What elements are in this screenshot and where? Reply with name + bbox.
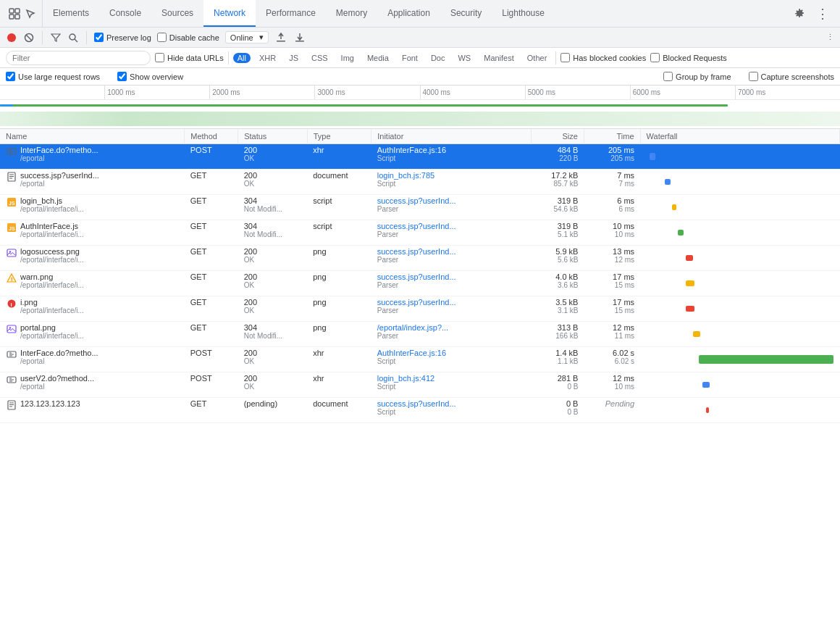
devtools-icon[interactable] (9, 8, 20, 20)
svg-point-4 (7, 33, 16, 42)
cell-time: 12 ms 10 ms (584, 372, 640, 398)
row-name-main: 123.123.123.123 (20, 399, 80, 408)
filter-input[interactable] (6, 51, 151, 65)
cell-size: 5.9 kB 5.6 kB (531, 246, 584, 271)
filter-type-ws[interactable]: WS (453, 53, 475, 63)
capture-screenshots-checkbox[interactable] (749, 72, 758, 81)
filter-type-other[interactable]: Other (523, 53, 552, 63)
tab-console[interactable]: Console (99, 0, 151, 27)
table-row[interactable]: ! warn.png /eportal/interface/i... GET 2… (0, 271, 840, 296)
initiator-link[interactable]: AuthInterFace.js:16 (377, 146, 446, 154)
search-icon[interactable] (67, 32, 79, 43)
use-large-rows-label[interactable]: Use large request rows (6, 72, 100, 81)
filter-type-manifest[interactable]: Manifest (479, 53, 518, 63)
tab-sources[interactable]: Sources (151, 0, 203, 27)
cell-name: logosuccess.png /eportal/interface/i... (0, 246, 185, 271)
capture-screenshots-label[interactable]: Capture screenshots (749, 72, 835, 81)
network-table-container[interactable]: Name Method Status Type Initiator Size T… (0, 129, 840, 629)
use-large-rows-checkbox[interactable] (6, 72, 15, 81)
timeline-ruler: 1000 ms 2000 ms 3000 ms 4000 ms 5000 ms … (0, 86, 840, 100)
hide-data-urls-checkbox[interactable] (155, 53, 164, 62)
table-row[interactable]: JS login_bch.js /eportal/interface/i... … (0, 195, 840, 220)
row-name-main: userV2.do?method... (20, 374, 94, 383)
table-row[interactable]: InterFace.do?metho... /eportal POST 200 … (0, 347, 840, 372)
table-row[interactable]: JS AuthInterFace.js /eportal/interface/i… (0, 220, 840, 246)
tab-memory[interactable]: Memory (326, 0, 377, 27)
cell-method: GET (185, 398, 238, 423)
row-name-main: warn.png (20, 272, 84, 281)
filter-type-media[interactable]: Media (363, 53, 393, 63)
filter-type-xhr[interactable]: XHR (255, 53, 280, 63)
tab-network[interactable]: Network (203, 0, 256, 27)
settings-button[interactable] (791, 5, 808, 22)
filter-type-js[interactable]: JS (285, 53, 303, 63)
row-name-sub: /eportal (20, 357, 98, 365)
filter-type-doc[interactable]: Doc (427, 53, 450, 63)
initiator-link[interactable]: success.jsp?userInd... (377, 247, 456, 256)
col-name[interactable]: Name (0, 129, 185, 144)
cell-initiator: success.jsp?userInd... Parser (371, 246, 531, 271)
blocked-requests-label[interactable]: Blocked Requests (650, 53, 727, 62)
row-type-icon (6, 374, 17, 386)
col-initiator[interactable]: Initiator (371, 129, 531, 144)
clear-button[interactable] (23, 32, 35, 43)
show-overview-checkbox[interactable] (117, 72, 127, 81)
blocked-requests-checkbox[interactable] (650, 53, 660, 62)
filter-icon[interactable] (50, 32, 62, 43)
timeline[interactable]: 1000 ms 2000 ms 3000 ms 4000 ms 5000 ms … (0, 86, 840, 129)
group-by-frame-label[interactable]: Group by frame (663, 72, 731, 81)
col-time[interactable]: Time (584, 129, 640, 144)
col-size[interactable]: Size (531, 129, 584, 144)
initiator-link[interactable]: success.jsp?userInd... (377, 399, 456, 408)
initiator-link[interactable]: login_bch.js:785 (377, 171, 435, 180)
table-row[interactable]: logosuccess.png /eportal/interface/i... … (0, 246, 840, 271)
col-type[interactable]: Type (307, 129, 371, 144)
has-blocked-cookies-label[interactable]: Has blocked cookies (560, 53, 646, 62)
hide-data-urls-label[interactable]: Hide data URLs (155, 53, 224, 62)
filter-type-all[interactable]: All (233, 53, 251, 63)
cell-waterfall (640, 372, 839, 398)
filter-type-font[interactable]: Font (398, 53, 422, 63)
tab-security[interactable]: Security (440, 0, 492, 27)
svg-rect-9 (277, 41, 285, 42)
group-by-frame-checkbox[interactable] (663, 72, 673, 81)
has-blocked-cookies-checkbox[interactable] (560, 53, 570, 62)
table-row[interactable]: InterFace.do?metho... /eportal POST 200 … (0, 144, 840, 170)
table-row[interactable]: 123.123.123.123 GET (pending) document s… (0, 398, 840, 423)
table-row[interactable]: i i.png /eportal/interface/i... GET 200 … (0, 296, 840, 322)
preserve-log-label[interactable]: Preserve log (94, 33, 151, 42)
initiator-link[interactable]: success.jsp?userInd... (377, 196, 456, 205)
initiator-link[interactable]: AuthInterFace.js:16 (377, 349, 446, 357)
initiator-link[interactable]: success.jsp?userInd... (377, 272, 456, 281)
show-overview-label[interactable]: Show overview (117, 72, 183, 81)
table-row[interactable]: success.jsp?userInd... /eportal GET 200 … (0, 170, 840, 195)
export-button[interactable] (293, 31, 306, 44)
cursor-icon[interactable] (25, 8, 36, 20)
cell-initiator: login_bch.js:785 Script (371, 170, 531, 195)
disable-cache-label[interactable]: Disable cache (157, 33, 219, 42)
row-type-icon: ! (6, 272, 17, 284)
cell-initiator: AuthInterFace.js:16 Script (371, 144, 531, 170)
record-button[interactable] (6, 32, 17, 43)
col-status[interactable]: Status (238, 129, 308, 144)
more-button[interactable]: ⋮ (814, 5, 831, 22)
tab-application[interactable]: Application (377, 0, 440, 27)
col-method[interactable]: Method (185, 129, 238, 144)
filter-type-img[interactable]: Img (337, 53, 358, 63)
import-button[interactable] (274, 31, 287, 44)
initiator-link[interactable]: success.jsp?userInd... (377, 298, 456, 307)
table-row[interactable]: portal.png /eportal/interface/i... GET 3… (0, 322, 840, 347)
tab-lighthouse[interactable]: Lighthouse (492, 0, 555, 27)
initiator-link[interactable]: success.jsp?userInd... (377, 222, 456, 230)
filter-type-css[interactable]: CSS (307, 53, 332, 63)
preserve-log-checkbox[interactable] (94, 33, 104, 42)
col-waterfall[interactable]: Waterfall (640, 129, 839, 144)
tab-performance[interactable]: Performance (256, 0, 326, 27)
initiator-link[interactable]: login_bch.js:412 (377, 374, 435, 383)
table-row[interactable]: userV2.do?method... /eportal POST 200 OK… (0, 372, 840, 398)
initiator-link[interactable]: /eportal/index.jsp?... (377, 323, 448, 332)
throttle-select[interactable]: Online ▾ (225, 31, 269, 43)
row-name-main: portal.png (20, 323, 84, 332)
tab-elements[interactable]: Elements (43, 0, 99, 27)
disable-cache-checkbox[interactable] (157, 33, 167, 42)
